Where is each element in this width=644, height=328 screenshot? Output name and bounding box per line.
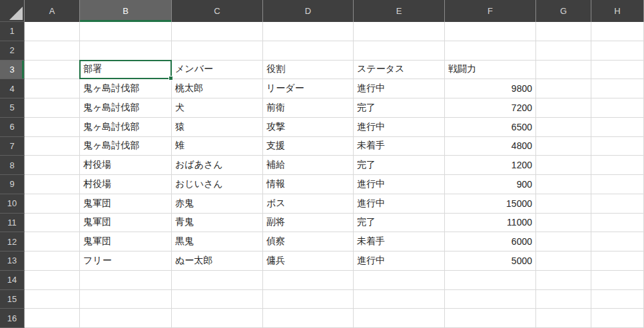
row-header-7[interactable]: 7 bbox=[0, 137, 25, 156]
cell-D5[interactable]: 前衛 bbox=[263, 98, 354, 118]
select-all-corner[interactable] bbox=[0, 0, 25, 22]
cell-A4[interactable] bbox=[25, 79, 80, 98]
cell-E13[interactable]: 進行中 bbox=[354, 251, 445, 271]
cell-C11[interactable]: 青鬼 bbox=[172, 214, 263, 233]
cell-A11[interactable] bbox=[25, 214, 80, 233]
cell-C16[interactable] bbox=[172, 309, 263, 328]
cell-D1[interactable] bbox=[263, 22, 354, 41]
cell-B8[interactable]: 村役場 bbox=[80, 156, 172, 175]
row-header-5[interactable]: 5 bbox=[0, 98, 25, 118]
row-header-13[interactable]: 13 bbox=[0, 251, 25, 271]
cell-E14[interactable] bbox=[354, 271, 445, 290]
cell-D11[interactable]: 副将 bbox=[263, 214, 354, 233]
cell-F2[interactable] bbox=[445, 41, 536, 61]
cell-E11[interactable]: 完了 bbox=[354, 214, 445, 233]
column-header-G[interactable]: G bbox=[536, 0, 591, 22]
cell-F5[interactable]: 7200 bbox=[445, 98, 536, 118]
cell-F1[interactable] bbox=[445, 22, 536, 41]
cell-E16[interactable] bbox=[354, 309, 445, 328]
cell-F7[interactable]: 4800 bbox=[445, 137, 536, 156]
column-header-B[interactable]: B bbox=[80, 0, 172, 22]
cell-G16[interactable] bbox=[536, 309, 591, 328]
cell-A13[interactable] bbox=[25, 251, 80, 271]
cell-F9[interactable]: 900 bbox=[445, 175, 536, 194]
cell-E6[interactable]: 進行中 bbox=[354, 118, 445, 137]
cell-D10[interactable]: ボス bbox=[263, 194, 354, 214]
cell-G13[interactable] bbox=[536, 251, 591, 271]
cell-G3[interactable] bbox=[536, 61, 591, 80]
cell-D7[interactable]: 支援 bbox=[263, 137, 354, 156]
cell-G4[interactable] bbox=[536, 79, 591, 98]
column-header-H[interactable]: H bbox=[591, 0, 644, 22]
cell-B14[interactable] bbox=[80, 271, 172, 290]
cell-F3[interactable]: 戦闘力 bbox=[445, 61, 536, 80]
cell-H2[interactable] bbox=[591, 41, 644, 61]
row-header-6[interactable]: 6 bbox=[0, 118, 25, 137]
cell-D8[interactable]: 補給 bbox=[263, 156, 354, 175]
column-header-E[interactable]: E bbox=[354, 0, 445, 22]
cell-G2[interactable] bbox=[536, 41, 591, 61]
cell-C4[interactable]: 桃太郎 bbox=[172, 79, 263, 98]
cell-A8[interactable] bbox=[25, 156, 80, 175]
cell-B6[interactable]: 鬼ヶ島討伐部 bbox=[80, 118, 172, 137]
cell-D12[interactable]: 偵察 bbox=[263, 232, 354, 251]
cell-C5[interactable]: 犬 bbox=[172, 98, 263, 118]
cell-H4[interactable] bbox=[591, 79, 644, 98]
cell-B4[interactable]: 鬼ヶ島討伐部 bbox=[80, 79, 172, 98]
cell-B12[interactable]: 鬼軍団 bbox=[80, 232, 172, 251]
column-header-A[interactable]: A bbox=[25, 0, 80, 22]
cell-C12[interactable]: 黒鬼 bbox=[172, 232, 263, 251]
cell-H7[interactable] bbox=[591, 137, 644, 156]
cell-G1[interactable] bbox=[536, 22, 591, 41]
cell-G6[interactable] bbox=[536, 118, 591, 137]
cell-C15[interactable] bbox=[172, 290, 263, 309]
row-header-15[interactable]: 15 bbox=[0, 290, 25, 309]
cell-G7[interactable] bbox=[536, 137, 591, 156]
cell-E12[interactable]: 未着手 bbox=[354, 232, 445, 251]
cell-C14[interactable] bbox=[172, 271, 263, 290]
cell-E2[interactable] bbox=[354, 41, 445, 61]
cell-C9[interactable]: おじいさん bbox=[172, 175, 263, 194]
cell-E1[interactable] bbox=[354, 22, 445, 41]
cell-H5[interactable] bbox=[591, 98, 644, 118]
cell-H13[interactable] bbox=[591, 251, 644, 271]
cell-A14[interactable] bbox=[25, 271, 80, 290]
row-header-10[interactable]: 10 bbox=[0, 194, 25, 214]
cell-A12[interactable] bbox=[25, 232, 80, 251]
cell-E10[interactable]: 進行中 bbox=[354, 194, 445, 214]
fill-handle[interactable] bbox=[168, 76, 173, 81]
cell-C2[interactable] bbox=[172, 41, 263, 61]
cell-A7[interactable] bbox=[25, 137, 80, 156]
cell-A16[interactable] bbox=[25, 309, 80, 328]
column-header-F[interactable]: F bbox=[445, 0, 536, 22]
cell-F14[interactable] bbox=[445, 271, 536, 290]
cell-H12[interactable] bbox=[591, 232, 644, 251]
cell-G5[interactable] bbox=[536, 98, 591, 118]
cell-B2[interactable] bbox=[80, 41, 172, 61]
cell-G14[interactable] bbox=[536, 271, 591, 290]
cell-B9[interactable]: 村役場 bbox=[80, 175, 172, 194]
row-header-12[interactable]: 12 bbox=[0, 232, 25, 251]
cell-G11[interactable] bbox=[536, 214, 591, 233]
row-header-11[interactable]: 11 bbox=[0, 214, 25, 233]
cell-E9[interactable]: 進行中 bbox=[354, 175, 445, 194]
cell-E7[interactable]: 未着手 bbox=[354, 137, 445, 156]
column-header-C[interactable]: C bbox=[172, 0, 263, 22]
cell-H3[interactable] bbox=[591, 61, 644, 80]
cell-C3[interactable]: メンバー bbox=[172, 61, 263, 80]
cell-C10[interactable]: 赤鬼 bbox=[172, 194, 263, 214]
cell-A2[interactable] bbox=[25, 41, 80, 61]
cell-A15[interactable] bbox=[25, 290, 80, 309]
cell-B11[interactable]: 鬼軍団 bbox=[80, 214, 172, 233]
row-header-14[interactable]: 14 bbox=[0, 271, 25, 290]
cell-B15[interactable] bbox=[80, 290, 172, 309]
cell-H9[interactable] bbox=[591, 175, 644, 194]
cell-H14[interactable] bbox=[591, 271, 644, 290]
cell-D13[interactable]: 傭兵 bbox=[263, 251, 354, 271]
cell-C6[interactable]: 猿 bbox=[172, 118, 263, 137]
cell-D2[interactable] bbox=[263, 41, 354, 61]
row-header-9[interactable]: 9 bbox=[0, 175, 25, 194]
cell-G8[interactable] bbox=[536, 156, 591, 175]
cell-D6[interactable]: 攻撃 bbox=[263, 118, 354, 137]
cell-H15[interactable] bbox=[591, 290, 644, 309]
